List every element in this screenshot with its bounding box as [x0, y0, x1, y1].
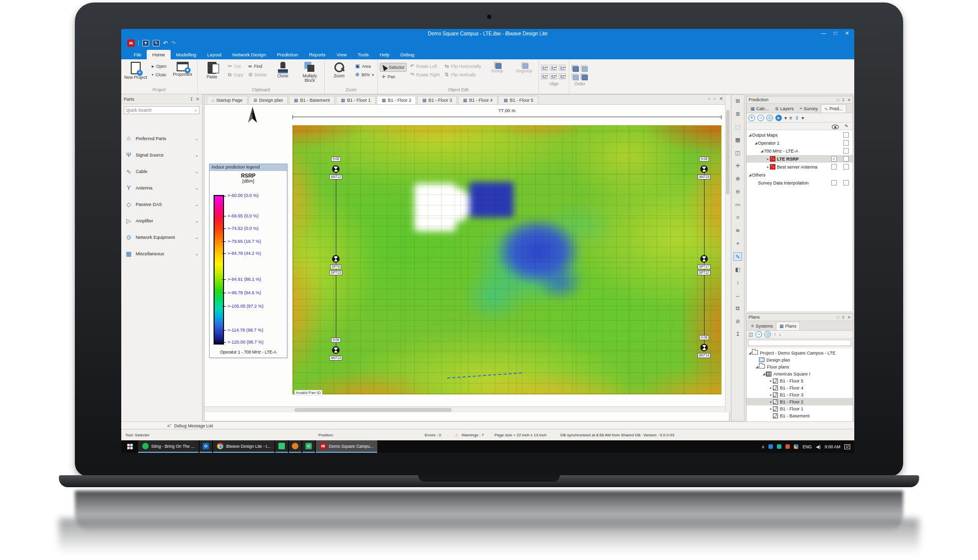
remove-prediction-icon[interactable]: −: [757, 115, 764, 121]
menu-view[interactable]: View: [331, 50, 352, 59]
chevron-down-icon[interactable]: ⌄: [195, 153, 199, 158]
tree-row-americas-square[interactable]: ◢Americas Square I: [746, 370, 853, 377]
save-icon[interactable]: ▼: [142, 40, 149, 46]
vertical-scrollbar[interactable]: [725, 95, 730, 412]
target-icon[interactable]: ⌖: [734, 239, 742, 248]
tree-row-floor-plans[interactable]: ◢Floor plans: [746, 363, 853, 371]
chevron-down-icon[interactable]: ⌄: [195, 136, 199, 141]
taskbar-chrome[interactable]: iBwave Design Lite - t...: [213, 440, 274, 453]
menu-file[interactable]: File: [128, 50, 147, 59]
delete-button[interactable]: ⊘Delete: [247, 71, 268, 78]
antenna-symbol-spt-right[interactable]: [701, 255, 708, 263]
close-panel-icon[interactable]: ✕: [847, 98, 851, 102]
align-bottom-icon[interactable]: [559, 73, 566, 79]
parts-item-miscellaneous[interactable]: ▦Miscellaneous⌄: [121, 247, 203, 260]
rectangle-tool-icon[interactable]: ▭: [734, 200, 742, 209]
properties-button[interactable]: Properties: [170, 61, 195, 77]
tree-row-b1-floor-1[interactable]: ▸B1 - Floor 1: [746, 405, 853, 412]
parts-search-input[interactable]: [124, 108, 195, 113]
debug-message-list-label[interactable]: Debug Message List: [174, 423, 213, 428]
horizontal-measure-icon[interactable]: ↔: [734, 291, 742, 300]
taskbar-app-green[interactable]: [275, 440, 288, 453]
tree-row-output-maps[interactable]: ◢Output Maps: [746, 131, 853, 139]
close-panel-icon[interactable]: ✕: [847, 315, 851, 320]
taskbar-spotify[interactable]: Sting - Bring On The ...: [138, 440, 199, 453]
split-view-icon[interactable]: ◫: [734, 149, 742, 157]
drawing-surface[interactable]: N 77.00 m: [205, 105, 725, 406]
settings-target-icon[interactable]: ◎: [766, 115, 773, 121]
antenna-symbol-ant13[interactable]: [332, 347, 340, 354]
tray-app-icon[interactable]: [768, 444, 773, 449]
tab-scroll-left-icon[interactable]: ‹: [708, 96, 710, 101]
tab-design-plan[interactable]: ⊞Design plan: [248, 96, 288, 104]
signal-wave-icon[interactable]: ≋: [734, 226, 742, 235]
expand-icon[interactable]: ▸: [769, 379, 773, 383]
antenna-symbol-ant12[interactable]: [332, 166, 340, 173]
visibility-checkbox[interactable]: ✓: [831, 156, 837, 162]
save-as-icon[interactable]: ✎: [153, 40, 160, 46]
parts-item-amplifier[interactable]: ▷Amplifier⌄: [121, 214, 203, 227]
locate-icon[interactable]: ◎: [764, 331, 771, 338]
close-project-button[interactable]: ▪Close: [150, 71, 168, 78]
antenna-symbol-ant15[interactable]: [701, 166, 708, 173]
menu-tools[interactable]: Tools: [352, 50, 374, 59]
maximize-button[interactable]: □: [834, 30, 837, 36]
parts-item-signal-source[interactable]: ΨSignal Source⌄: [121, 149, 203, 162]
chevron-down-icon[interactable]: ▾: [784, 115, 787, 121]
tab-startup-page[interactable]: ⌂Startup Page: [207, 96, 247, 104]
taskbar-app-orange[interactable]: [289, 440, 301, 453]
list-icon[interactable]: ≣: [734, 110, 742, 118]
vertical-measure-icon[interactable]: ↕: [734, 278, 742, 287]
parts-item-passive-das[interactable]: ◇Passive DAS⌄: [121, 198, 203, 211]
tab-b1-floor-3[interactable]: ▦B1 - Floor 3: [417, 96, 457, 104]
expand-icon[interactable]: ▸: [769, 386, 773, 390]
layers-icon[interactable]: ⧉: [734, 304, 742, 313]
chevron-down-icon[interactable]: ▾: [801, 115, 804, 121]
chevron-down-icon[interactable]: ⌄: [195, 186, 199, 190]
tree-row-b1-floor-5[interactable]: ▸B1 - Floor 5: [746, 377, 853, 384]
collapse-all-icon[interactable]: −: [755, 331, 762, 338]
tree-row-700mhz-lte-a[interactable]: ◢700 MHz - LTE-A: [746, 147, 853, 155]
taskbar-app-c[interactable]: C: [302, 440, 315, 453]
parts-item-preferred-parts[interactable]: ☆Preferred Parts⌄: [121, 132, 203, 145]
split-arrows-icon[interactable]: ⇕: [795, 115, 799, 121]
tab-b1-floor-5[interactable]: ▦B1 - Floor 5: [498, 96, 538, 104]
send-to-back-icon[interactable]: [580, 73, 587, 79]
chevron-down-icon[interactable]: ⌄: [195, 251, 199, 256]
align-left-icon[interactable]: [541, 65, 548, 71]
horizontal-scrollbar[interactable]: [205, 406, 725, 412]
float-icon[interactable]: □: [837, 98, 839, 102]
tree-row-b1-floor-4[interactable]: ▸B1 - Floor 4: [746, 384, 853, 391]
paste-button[interactable]: Paste: [200, 61, 225, 79]
tree-row-lte-rsrp[interactable]: ▸LTE RSRP✓: [746, 155, 853, 163]
tree-row-survey-data-interpolation[interactable]: Survey Data Interpolation: [746, 179, 853, 187]
tree-row-project[interactable]: ◢Project - Demo Square Campus - LTE: [746, 349, 853, 357]
tray-app-icon[interactable]: [777, 444, 781, 449]
align-right-icon[interactable]: [559, 65, 566, 71]
expand-icon[interactable]: ▸: [766, 157, 770, 161]
expand-icon[interactable]: ◢: [748, 133, 752, 137]
pin-icon[interactable]: ↧: [842, 98, 845, 102]
tray-expand-icon[interactable]: ∧: [761, 444, 765, 449]
close-panel-icon[interactable]: ✕: [196, 97, 200, 102]
zoom-percent-select[interactable]: ⊕90%▾: [354, 71, 376, 78]
tab-close-icon[interactable]: ✕: [719, 96, 723, 101]
clone-button[interactable]: Clone: [270, 61, 295, 78]
tab-b1-floor-4[interactable]: ▦B1 - Floor 4: [458, 96, 498, 104]
parts-item-antenna[interactable]: YAntenna⌄: [121, 182, 203, 194]
tab-scroll-right-icon[interactable]: ›: [714, 96, 715, 101]
checkbox[interactable]: [843, 164, 849, 170]
minimize-button[interactable]: —: [821, 30, 826, 36]
move-icon[interactable]: ✛: [734, 162, 742, 170]
menu-modelling[interactable]: Modelling: [171, 50, 202, 59]
menu-prediction[interactable]: Prediction: [271, 50, 303, 59]
antenna-symbol-ant14[interactable]: [701, 344, 708, 352]
scrollbar-thumb[interactable]: [294, 408, 452, 412]
tab-survey[interactable]: ⌖Survey: [797, 104, 821, 113]
expand-icon[interactable]: ▸: [769, 393, 773, 397]
zoom-in-icon[interactable]: ⊕: [734, 175, 742, 183]
expand-icon[interactable]: ◢: [748, 173, 752, 177]
chevron-down-icon[interactable]: ⌄: [195, 202, 199, 207]
drop-icon[interactable]: ↧: [734, 330, 742, 339]
pin-icon[interactable]: ↧: [842, 315, 845, 320]
